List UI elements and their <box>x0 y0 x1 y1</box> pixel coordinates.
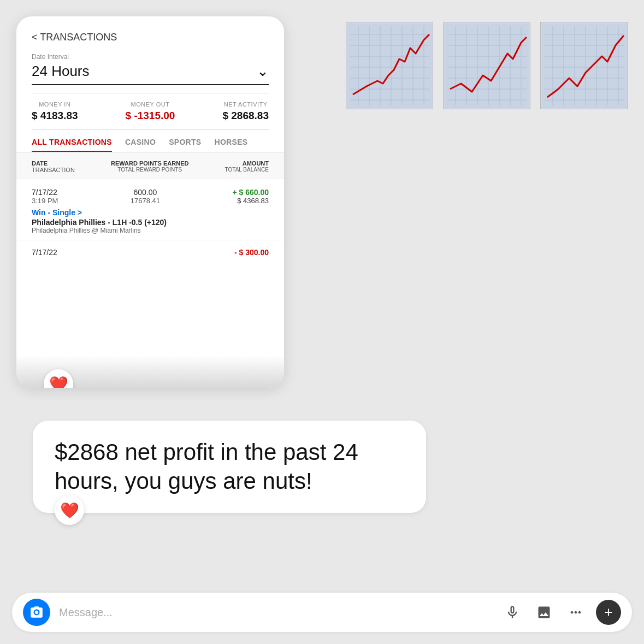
top-section: < TRANSACTIONS Date Interval 24 Hours ⌄ … <box>0 0 644 388</box>
table-row: 7/17/22 - $ 300.00 <box>16 240 284 257</box>
money-in-value: $ 4183.83 <box>32 110 78 122</box>
message-section: $2868 net profit in the past 24 hours, y… <box>0 388 644 513</box>
charts-section <box>295 16 628 109</box>
tr-game: Philadelphia Phillies - L1H -0.5 (+120) <box>32 218 269 227</box>
th-points: Reward Points EARNED TOTAL Reward Points <box>111 160 188 173</box>
money-out-stat: MONEY OUT $ -1315.00 <box>126 101 175 122</box>
chart-svg-1 <box>347 23 432 108</box>
message-input-bar: Message... <box>12 593 632 632</box>
svg-rect-30 <box>542 23 627 108</box>
dots-icon <box>568 605 583 620</box>
table-row: 7/17/22 3:19 PM 600.00 17678.41 + $ 660.… <box>16 179 284 240</box>
tr-points-col: 600.00 17678.41 <box>131 188 160 205</box>
tr-desc-link[interactable]: Win - Single > <box>32 208 269 217</box>
plus-button[interactable] <box>596 600 621 625</box>
money-in-stat: MONEY IN $ 4183.83 <box>32 101 78 122</box>
message-bubble: $2868 net profit in the past 24 hours, y… <box>33 421 426 513</box>
money-out-label: MONEY OUT <box>126 101 175 108</box>
tr-main-2: 7/17/22 - $ 300.00 <box>32 248 269 257</box>
phone-card: < TRANSACTIONS Date Interval 24 Hours ⌄ … <box>16 16 284 388</box>
th-date: DATE TRANSACTION <box>32 160 75 173</box>
plus-icon <box>602 606 615 618</box>
stats-row: MONEY IN $ 4183.83 MONEY OUT $ -1315.00 … <box>16 101 284 122</box>
date-interval-section: Date Interval 24 Hours ⌄ <box>16 49 284 85</box>
chart-1 <box>346 22 433 109</box>
heart-emoji-1: ❤️ <box>49 375 68 388</box>
camera-icon <box>29 605 44 619</box>
mic-button[interactable] <box>501 601 524 624</box>
tab-horses[interactable]: HORSES <box>215 138 248 152</box>
divider-2 <box>32 129 269 130</box>
money-out-value: $ -1315.00 <box>126 110 175 122</box>
tab-all-transactions[interactable]: ALL TRANSACTIONS <box>32 138 112 152</box>
tr-date-col-2: 7/17/22 <box>32 248 57 257</box>
chevron-down-icon[interactable]: ⌄ <box>257 63 269 80</box>
heart-emoji-2: ❤️ <box>60 501 79 519</box>
chart-svg-3 <box>542 23 627 108</box>
th-amount: AMOUNT TOTAL BALANCE <box>225 160 269 173</box>
tab-row: ALL TRANSACTIONS CASINO SPORTS HORSES <box>16 138 284 152</box>
chart-3 <box>540 22 628 109</box>
date-interval-value[interactable]: 24 Hours ⌄ <box>32 63 269 85</box>
chart-2 <box>443 22 530 109</box>
table-header: DATE TRANSACTION Reward Points EARNED TO… <box>16 152 284 179</box>
message-input[interactable]: Message... <box>59 606 492 619</box>
mic-icon <box>505 605 520 620</box>
heart-reaction-2[interactable]: ❤️ <box>55 495 84 525</box>
tr-main-1: 7/17/22 3:19 PM 600.00 17678.41 + $ 660.… <box>32 188 269 205</box>
card-header: < TRANSACTIONS <box>16 16 284 49</box>
dots-button[interactable] <box>564 601 587 624</box>
message-text: $2868 net profit in the past 24 hours, y… <box>55 438 404 495</box>
date-interval-text: 24 Hours <box>32 63 90 80</box>
screen: < TRANSACTIONS Date Interval 24 Hours ⌄ … <box>0 0 644 644</box>
chart-svg-2 <box>445 23 529 108</box>
photo-button[interactable] <box>533 601 556 624</box>
tr-date-col: 7/17/22 3:19 PM <box>32 188 58 205</box>
camera-button[interactable] <box>23 599 50 626</box>
tr-amount-col-2: - $ 300.00 <box>234 248 269 257</box>
tab-sports[interactable]: SPORTS <box>169 138 201 152</box>
svg-rect-15 <box>445 23 529 108</box>
photo-icon <box>536 605 552 620</box>
svg-rect-0 <box>347 23 432 108</box>
net-activity-stat: NET ACTIVITY $ 2868.83 <box>222 101 269 122</box>
tr-matchup: Philadelphia Phillies @ Miami Marlins <box>32 227 269 234</box>
money-in-label: MONEY IN <box>32 101 78 108</box>
net-activity-value: $ 2868.83 <box>222 110 269 122</box>
tab-casino[interactable]: CASINO <box>125 138 156 152</box>
net-activity-label: NET ACTIVITY <box>222 101 269 108</box>
date-interval-label: Date Interval <box>32 53 269 61</box>
divider-1 <box>32 93 269 93</box>
back-button[interactable]: < TRANSACTIONS <box>32 32 117 43</box>
tr-amount-col: + $ 660.00 $ 4368.83 <box>232 188 269 205</box>
